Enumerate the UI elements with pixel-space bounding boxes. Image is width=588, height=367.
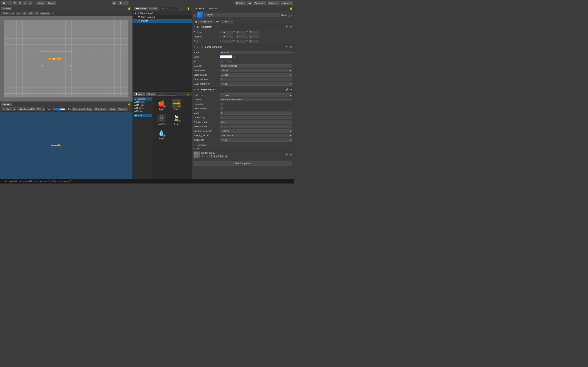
- account-btn[interactable]: Account: [253, 1, 267, 5]
- sprite-renderer-enable[interactable]: ✓: [197, 46, 199, 48]
- hierarchy-item-main-camera[interactable]: 📷 Main Camera: [133, 15, 192, 19]
- move-tool-btn[interactable]: ✛: [7, 1, 12, 5]
- scene-lock-btn[interactable]: 🔒: [127, 7, 131, 10]
- transform-tool-btn[interactable]: ⊞: [28, 1, 33, 5]
- all-models-folder[interactable]: All Models: [134, 104, 152, 107]
- tag-dropdown[interactable]: Untagged: [198, 20, 213, 24]
- linear-drag-input[interactable]: [220, 116, 292, 119]
- mass-input[interactable]: [220, 111, 292, 115]
- object-name-input[interactable]: [204, 13, 280, 17]
- collision-detection-select[interactable]: Discrete: [220, 129, 292, 133]
- asset-water[interactable]: 💧 ● Water: [155, 128, 168, 141]
- transform-settings-btn[interactable]: ⚙: [290, 25, 292, 28]
- sleeping-mode-select[interactable]: Start Awake: [220, 134, 292, 137]
- transform-link-btn[interactable]: 🔗: [285, 25, 289, 28]
- static-dropdown-arrow[interactable]: ▾: [291, 14, 292, 17]
- color-swatch[interactable]: [220, 55, 232, 58]
- asset-flyingarrow[interactable]: ⚙ FlyingArr...: [155, 113, 168, 126]
- gravity-scale-input[interactable]: [220, 125, 292, 128]
- step-btn[interactable]: ⏭: [123, 1, 129, 5]
- interpolate-select[interactable]: None: [220, 138, 292, 142]
- material-settings-btn[interactable]: ⚙: [290, 154, 292, 156]
- sprite-pick-btn[interactable]: ⊙: [290, 51, 292, 54]
- scale-slider[interactable]: [53, 108, 65, 110]
- project-search[interactable]: [156, 92, 177, 96]
- pos-x-input[interactable]: [223, 31, 233, 34]
- pos-y-input[interactable]: [236, 31, 246, 34]
- all-materials-folder[interactable]: All Materials: [134, 100, 152, 104]
- pause-btn[interactable]: ⏸: [118, 1, 123, 5]
- light-btn[interactable]: ☀: [22, 11, 27, 15]
- sprite-renderer-link-btn[interactable]: 🔗: [285, 46, 289, 48]
- project-create-btn[interactable]: Create: [146, 92, 156, 96]
- gizmos-btn[interactable]: Gizmos: [40, 12, 51, 15]
- material-ref[interactable]: Sprites-Default: [220, 64, 292, 67]
- favorites-folder[interactable]: ★ Favorites: [134, 98, 152, 100]
- play-btn[interactable]: ▶: [112, 1, 117, 5]
- info-section[interactable]: ▶ Info: [192, 147, 294, 150]
- scene-canvas[interactable]: [0, 16, 132, 101]
- audio-btn[interactable]: 🔊: [28, 11, 34, 15]
- project-tab[interactable]: Project: [134, 92, 145, 96]
- auto-mass-checkbox[interactable]: [220, 107, 223, 110]
- color-edit-btn[interactable]: ✎: [233, 56, 236, 58]
- draw-mode-select[interactable]: Simple: [220, 69, 292, 72]
- game-lock-btn[interactable]: 🔒: [127, 103, 131, 106]
- angular-drag-input[interactable]: [220, 120, 292, 124]
- shader-select[interactable]: Sprites/Default: [209, 155, 228, 158]
- scene-object-container[interactable]: [42, 51, 71, 66]
- flip-y-checkbox[interactable]: [227, 60, 229, 63]
- order-layer-input[interactable]: [220, 78, 292, 81]
- assets-folder[interactable]: 📁 Assets: [134, 114, 152, 117]
- all-scripts-folder[interactable]: All Scripts: [134, 110, 152, 113]
- hierarchy-lock-btn[interactable]: 🔒: [186, 7, 190, 10]
- handle-top-left[interactable]: [41, 51, 43, 52]
- game-tab[interactable]: Game: [1, 103, 12, 106]
- pos-z-input[interactable]: [249, 31, 259, 34]
- stats-btn[interactable]: Stats: [108, 108, 116, 111]
- all-prefabs-folder[interactable]: All Prefabs: [134, 107, 152, 110]
- object-enable-checkbox[interactable]: ✓: [194, 14, 196, 17]
- mute-btn[interactable]: Mute Audio: [94, 108, 108, 111]
- handle-top-right[interactable]: [70, 51, 71, 52]
- inspector-tab[interactable]: Inspector: [193, 7, 206, 10]
- sc-y-input[interactable]: [236, 40, 246, 43]
- rect-tool-btn[interactable]: ▭: [23, 1, 27, 5]
- rigidbody2d-header[interactable]: ▼ ⊕ Rigidbody 2D 🔗 ⚙: [192, 87, 294, 92]
- collab-btn[interactable]: Collab: [234, 1, 246, 5]
- handle-bottom-left[interactable]: [41, 65, 43, 67]
- center-btn[interactable]: Center: [36, 1, 46, 5]
- shaded-dropdown[interactable]: Shaded: [1, 12, 15, 15]
- rot-x-input[interactable]: [223, 35, 233, 38]
- sprite-renderer-settings-btn[interactable]: ⚙: [290, 46, 292, 48]
- constraints-section[interactable]: ▶ Constraints: [192, 143, 294, 147]
- sprite-renderer-header[interactable]: ▼ ✓ ◈ Sprite Renderer 🔗 ⚙: [192, 44, 294, 49]
- resolution-dropdown[interactable]: Standalone (1024x768): [17, 108, 45, 111]
- scene-tab[interactable]: Scene: [1, 7, 12, 10]
- sorting-layer-select[interactable]: Default: [220, 73, 292, 77]
- scale-tool-btn[interactable]: ⤡: [17, 1, 22, 5]
- simulated-checkbox[interactable]: ✓: [220, 103, 223, 105]
- rigidbody2d-link-btn[interactable]: 🔗: [285, 88, 289, 91]
- hierarchy-search[interactable]: [159, 7, 180, 10]
- handle-bottom-right[interactable]: [70, 65, 71, 67]
- layout-btn[interactable]: Layout: [281, 1, 293, 5]
- layer-dropdown[interactable]: Default: [221, 20, 233, 24]
- effects-btn[interactable]: ✦: [35, 11, 39, 15]
- material-link-btn[interactable]: 🔗: [285, 154, 289, 156]
- asset-apple[interactable]: 🍎 ● Apple: [155, 98, 168, 111]
- static-checkbox[interactable]: [288, 14, 290, 17]
- 2d-btn[interactable]: 2D: [16, 12, 21, 15]
- project-lock-btn[interactable]: 🔒: [186, 93, 190, 95]
- sc-x-input[interactable]: [223, 40, 233, 43]
- global-btn[interactable]: Global: [47, 1, 56, 5]
- rb-material-pick-btn[interactable]: ⊙: [290, 98, 292, 101]
- inspector-lock-btn[interactable]: 🔒: [289, 7, 293, 10]
- add-component-btn[interactable]: Add Component: [194, 161, 292, 166]
- hierarchy-create-btn[interactable]: Create: [149, 7, 158, 10]
- sprite-ref[interactable]: Arrow: [220, 51, 289, 54]
- rot-z-input[interactable]: [249, 35, 259, 38]
- rot-y-input[interactable]: [236, 35, 246, 38]
- hierarchy-tab[interactable]: Hierarchy: [134, 7, 148, 10]
- layers-btn[interactable]: Layers: [268, 1, 280, 5]
